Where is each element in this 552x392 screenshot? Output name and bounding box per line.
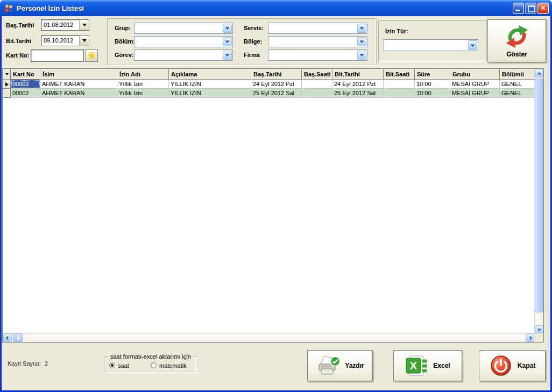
app-icon bbox=[4, 4, 14, 13]
column-header[interactable]: Süre bbox=[415, 69, 450, 80]
bolge-dropdown-button[interactable] bbox=[357, 37, 366, 46]
grid-cell[interactable]: 25 Eyl 2012 Sal bbox=[332, 89, 384, 98]
chevron-down-icon bbox=[225, 53, 229, 56]
app-window: Personel İzin Listesi Baş.Tarihi 01.08.2… bbox=[0, 0, 552, 392]
svg-text:X: X bbox=[410, 360, 417, 372]
yazdir-button-label: Yazdır bbox=[345, 362, 364, 369]
table-row: 00002AHMET KARANYıllık İzinYILLIK İZİN24… bbox=[3, 80, 535, 89]
grid-filter-button[interactable] bbox=[3, 69, 11, 80]
column-header[interactable]: Bölümü bbox=[500, 69, 535, 80]
grid-body: 00002AHMET KARANYıllık İzinYILLIK İZİN24… bbox=[3, 80, 535, 98]
grid-cell[interactable]: MESAİ GRUP bbox=[450, 89, 500, 98]
column-header[interactable]: Grubu bbox=[450, 69, 500, 80]
column-header[interactable]: Baş.Tarihi bbox=[251, 69, 302, 80]
grid-cell[interactable]: GENEL bbox=[500, 80, 535, 89]
bit-tarihi-label: Bit.Tarihi bbox=[6, 38, 31, 44]
kart-no-input[interactable] bbox=[31, 49, 84, 62]
firma-label: Firma bbox=[244, 52, 260, 58]
bit-tarihi-combo[interactable]: 09.10.2012 bbox=[41, 35, 89, 46]
minimize-button[interactable] bbox=[513, 3, 524, 14]
gorev-label: Görev: bbox=[115, 52, 133, 58]
radio-saat-label[interactable]: saat bbox=[118, 362, 129, 369]
firma-dropdown-button[interactable] bbox=[357, 51, 366, 60]
column-header[interactable]: İzin Adı bbox=[117, 69, 169, 80]
close-button[interactable] bbox=[537, 3, 549, 14]
kart-no-search-button[interactable] bbox=[85, 49, 98, 62]
column-header[interactable]: Kart No bbox=[11, 69, 40, 80]
column-header[interactable]: Bit.Saati bbox=[384, 69, 415, 80]
scroll-right-button[interactable] bbox=[526, 333, 534, 342]
scroll-left-button[interactable] bbox=[3, 333, 12, 342]
power-icon bbox=[489, 354, 513, 377]
radio-saat[interactable] bbox=[109, 362, 115, 368]
bolge-combo[interactable] bbox=[268, 36, 367, 47]
refresh-icon bbox=[505, 24, 529, 49]
chevron-down-icon bbox=[360, 39, 364, 43]
bas-tarihi-dropdown-button[interactable] bbox=[79, 20, 89, 30]
izin-tur-label: İzin Tür: bbox=[385, 28, 408, 34]
bas-tarihi-combo[interactable]: 01.08.2012 bbox=[41, 19, 89, 31]
grid-cell[interactable]: 10:00 bbox=[415, 80, 450, 89]
maximize-button[interactable] bbox=[525, 3, 536, 14]
grid-cell[interactable]: AHMET KARAN bbox=[40, 89, 117, 98]
grup-dropdown-button[interactable] bbox=[223, 24, 232, 33]
column-header[interactable]: Bit.Tarihi bbox=[332, 69, 384, 80]
grid-cell[interactable]: 24 Eyl 2012 Pzt bbox=[332, 80, 384, 89]
bolum-combo[interactable] bbox=[134, 36, 233, 47]
grid-cell[interactable] bbox=[384, 89, 415, 98]
izin-tur-dropdown-button[interactable] bbox=[468, 40, 477, 50]
row-indicator[interactable] bbox=[3, 80, 11, 89]
grid-cell[interactable]: Yıllık İzin bbox=[117, 80, 169, 89]
client-area: Baş.Tarihi 01.08.2012 Bit.Tarihi 09.10.2… bbox=[2, 16, 550, 390]
chevron-down-icon bbox=[225, 39, 229, 43]
servis-label: Servis: bbox=[244, 25, 264, 31]
grid-cell[interactable]: 00002 bbox=[11, 89, 40, 98]
scroll-down-button[interactable] bbox=[535, 325, 543, 334]
title-bar[interactable]: Personel İzin Listesi bbox=[0, 0, 552, 16]
grid-cell[interactable]: YILLIK İZİN bbox=[169, 89, 251, 98]
horizontal-scroll-thumb[interactable] bbox=[13, 333, 23, 342]
gorev-dropdown-button[interactable] bbox=[223, 51, 232, 60]
firma-combo[interactable] bbox=[268, 49, 367, 61]
excel-button[interactable]: X Excel bbox=[393, 350, 462, 381]
horizontal-scrollbar[interactable] bbox=[3, 333, 535, 342]
grid-cell[interactable] bbox=[302, 89, 332, 98]
grid-cell[interactable]: YILLIK İZİN bbox=[169, 80, 251, 89]
grid-cell[interactable]: GENEL bbox=[500, 89, 535, 98]
grid-cell[interactable]: 25 Eyl 2012 Sal bbox=[251, 89, 302, 98]
kapat-button[interactable]: Kapat bbox=[479, 350, 546, 381]
grid-cell[interactable]: MESAİ GRUP bbox=[450, 80, 500, 89]
sun-icon bbox=[87, 51, 96, 60]
chevron-left-icon bbox=[5, 336, 9, 339]
grid-cell[interactable] bbox=[302, 80, 332, 89]
kapat-button-label: Kapat bbox=[518, 362, 535, 369]
column-header[interactable]: İsim bbox=[40, 69, 117, 80]
grid-cell[interactable]: 24 Eyl 2012 Pzt bbox=[251, 80, 302, 89]
column-header[interactable]: Baş.Saati bbox=[302, 69, 332, 80]
izin-tur-combo[interactable] bbox=[384, 39, 478, 51]
grid-cell[interactable]: 00002 bbox=[11, 80, 40, 89]
servis-dropdown-button[interactable] bbox=[357, 24, 366, 33]
grup-combo[interactable] bbox=[134, 23, 233, 34]
radio-matematik-label[interactable]: matematik bbox=[159, 362, 187, 369]
servis-combo[interactable] bbox=[268, 23, 367, 34]
kart-no-label: Kart No: bbox=[6, 52, 29, 59]
chevron-down-icon bbox=[360, 53, 364, 56]
grid-cell[interactable]: AHMET KARAN bbox=[40, 80, 117, 89]
yazdir-button[interactable]: Yazdır bbox=[307, 350, 373, 381]
vertical-scroll-thumb[interactable] bbox=[535, 79, 543, 312]
bolum-dropdown-button[interactable] bbox=[223, 37, 232, 46]
data-grid: Kart Noİsimİzin AdıAçıklamaBaş.TarihiBaş… bbox=[2, 68, 544, 343]
scroll-up-button[interactable] bbox=[535, 69, 543, 77]
goster-button[interactable]: Göster bbox=[487, 19, 546, 62]
radio-matematik[interactable] bbox=[151, 362, 157, 368]
column-header[interactable]: Açıklama bbox=[169, 69, 251, 80]
grid-cell[interactable] bbox=[384, 80, 415, 89]
grid-cell[interactable]: 10:00 bbox=[415, 89, 450, 98]
row-indicator[interactable] bbox=[3, 89, 11, 98]
gorev-combo[interactable] bbox=[134, 49, 233, 61]
window-title: Personel İzin Listesi bbox=[17, 4, 84, 12]
grid-cell[interactable]: Yıllık İzin bbox=[117, 89, 169, 98]
bit-tarihi-dropdown-button[interactable] bbox=[79, 35, 89, 46]
vertical-scrollbar[interactable] bbox=[534, 69, 543, 334]
